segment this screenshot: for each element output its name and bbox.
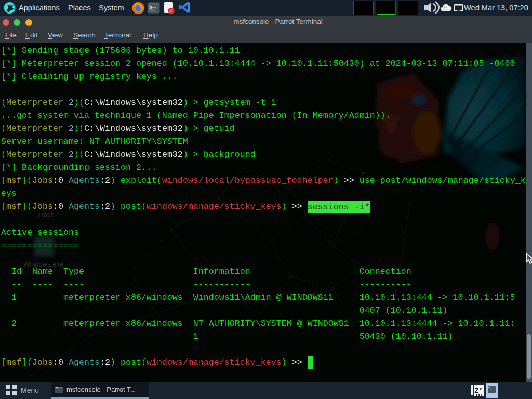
svg-text:Z: Z xyxy=(475,387,479,394)
svg-text:$: $ xyxy=(149,5,152,10)
svg-text:z: z xyxy=(480,387,482,391)
